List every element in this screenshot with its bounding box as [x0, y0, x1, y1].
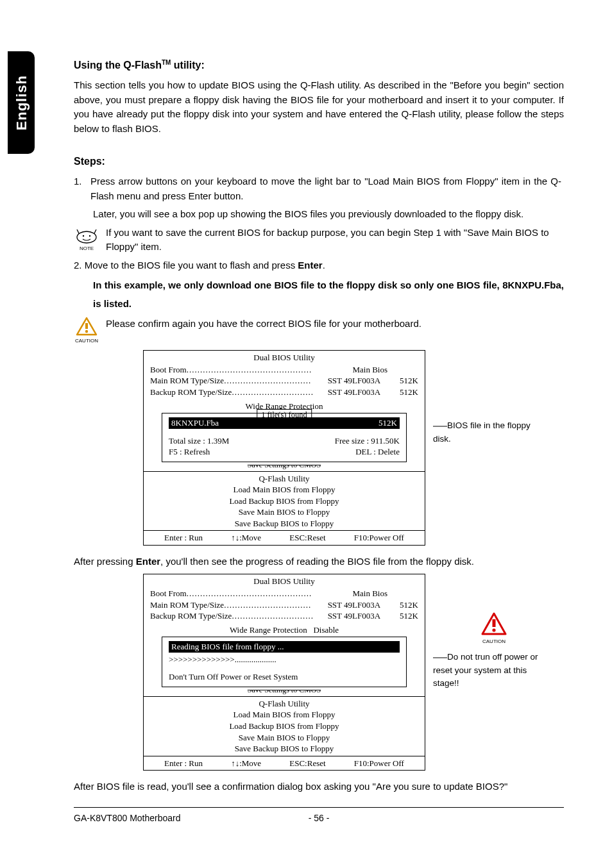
menu-load-main[interactable]: Load Main BIOS from Floppy — [144, 484, 425, 496]
key-f10: F10:Power Off — [354, 532, 404, 544]
caution-text: Please confirm again you have the correc… — [106, 317, 421, 331]
bios-screenshot-1: Dual BIOS Utility Boot From.............… — [143, 350, 564, 546]
steps-heading: Steps: — [74, 154, 564, 169]
main-rom-label: Main ROM Type/Size — [150, 375, 224, 387]
menu-save-backup[interactable]: Save Backup BIOS to Floppy — [144, 743, 425, 755]
example-note: In this example, we only download one BI… — [93, 276, 564, 313]
backup-rom-value: SST 49LF003A — [325, 387, 380, 398]
after-press-bold: Enter — [136, 556, 160, 567]
step-1-details: Later, you will see a box pop up showing… — [93, 207, 564, 222]
backup-rom-value: SST 49LF003A — [325, 610, 380, 622]
bios-menu: Load Main BIOS from Floppy Load Backup B… — [144, 484, 425, 529]
key-move: ↑↓:Move — [231, 758, 261, 769]
heading-text-post: utility: — [171, 60, 204, 71]
menu-load-backup[interactable]: Load Backup BIOS from Floppy — [144, 721, 425, 732]
dots: .............................. — [232, 610, 325, 622]
page-footer: GA-K8VT800 Motherboard - 56 - — [74, 807, 564, 825]
key-move: ↑↓:Move — [231, 532, 261, 544]
boot-from-label: Boot From — [150, 364, 187, 376]
menu-save-main[interactable]: Save Main BIOS to Floppy — [144, 732, 425, 744]
wide-range-row-2: Wide Range Protection Disable — [162, 624, 407, 636]
main-rom-value: SST 49LF003A — [325, 599, 380, 611]
bios-key-hints-2: Enter : Run ↑↓:Move ESC:Reset F10:Power … — [144, 756, 425, 771]
main-rom-size: 512K — [380, 375, 418, 387]
main-rom-size: 512K — [380, 599, 418, 611]
bios-menu-2: Load Main BIOS from Floppy Load Backup B… — [144, 709, 425, 754]
main-rom-label: Main ROM Type/Size — [150, 599, 224, 611]
annotation-2: CAUTION Do not trun off power or reset y… — [433, 574, 555, 690]
note-block: NOTE If you want to save the current BIO… — [74, 226, 564, 255]
svg-rect-3 — [85, 323, 88, 329]
caution-icon-2: CAUTION — [433, 612, 555, 646]
key-f10: F10:Power Off — [354, 758, 404, 769]
file-box-area: Wide Range Protection 1 file(s) found 8K… — [144, 401, 425, 466]
step-2-post: . — [323, 260, 325, 271]
note-label: NOTE — [80, 246, 94, 251]
wide-range-value: Disable — [313, 625, 339, 635]
svg-point-2 — [89, 235, 90, 237]
file-details: Total size : 1.39M Free size : 911.50K — [169, 435, 400, 447]
dots: ........................................… — [187, 364, 350, 376]
after-read-paragraph: After BIOS file is read, you'll see a co… — [74, 780, 564, 794]
spacer — [387, 588, 418, 599]
bios-filename: 8KNXPU.Fba — [171, 417, 219, 429]
qflash-subtitle-2: Q-Flash Utility — [144, 696, 425, 710]
boot-from-value: Main Bios — [350, 364, 387, 376]
language-tab: English — [8, 51, 35, 154]
dots: ........................................… — [187, 588, 350, 599]
save-settings-cut-2: Save Settings to CMOS — [144, 690, 425, 696]
qflash-subtitle: Q-Flash Utility — [144, 471, 425, 485]
bios-key-hints: Enter : Run ↑↓:Move ESC:Reset F10:Power … — [144, 530, 425, 545]
bios-utility-window: Dual BIOS Utility Boot From.............… — [143, 350, 425, 546]
note-text: If you want to save the current BIOS for… — [106, 226, 564, 255]
caution-label-2: CAUTION — [433, 638, 555, 646]
menu-save-main[interactable]: Save Main BIOS to Floppy — [144, 506, 425, 518]
bios-title: Dual BIOS Utility — [144, 351, 425, 364]
save-settings-cut: Save Settings to CMOS — [144, 465, 425, 471]
step-1-text: Press arrow buttons on your keyboard to … — [90, 174, 561, 203]
backup-rom-size: 512K — [380, 387, 418, 398]
step-1: 1.Press arrow buttons on your keyboard t… — [74, 174, 564, 203]
bios-filesize: 512K — [378, 417, 397, 429]
boot-from-value: Main Bios — [350, 588, 387, 599]
key-esc: ESC:Reset — [289, 758, 325, 769]
dots: .............................. — [232, 387, 325, 398]
footer-page-number: - 56 - — [270, 812, 368, 825]
reading-status: Reading BIOS file from floppy ... — [169, 641, 400, 653]
svg-point-4 — [85, 330, 88, 333]
after-press-post: , you'll then see the progress of readin… — [160, 556, 474, 567]
wide-range-label: Wide Range Protection — [230, 625, 307, 635]
menu-load-main[interactable]: Load Main BIOS from Floppy — [144, 709, 425, 721]
bios-screenshot-2: Dual BIOS Utility Boot From.............… — [143, 574, 564, 771]
file-listing-box: 8KNXPU.Fba 512K Total size : 1.39M Free … — [162, 413, 407, 462]
svg-point-1 — [83, 235, 84, 237]
section-heading-qflash: Using the Q-FlashTM utility: — [74, 58, 564, 73]
boot-from-label: Boot From — [150, 588, 187, 599]
menu-save-backup[interactable]: Save Backup BIOS to Floppy — [144, 518, 425, 530]
backup-rom-size: 512K — [380, 610, 418, 622]
svg-rect-6 — [493, 619, 496, 627]
file-help-keys: F5 : Refresh DEL : Delete — [169, 446, 400, 458]
key-enter: Enter : Run — [164, 532, 203, 544]
backup-rom-label: Backup ROM Type/Size — [150, 387, 232, 398]
bios-title-2: Dual BIOS Utility — [144, 574, 425, 588]
bios-header: Boot From...............................… — [144, 364, 425, 401]
progress-area: Wide Range Protection Disable Reading BI… — [144, 624, 425, 691]
step-number: 1. — [74, 174, 90, 189]
total-size: Total size : 1.39M — [169, 435, 229, 447]
intro-paragraph: This section tells you how to update BIO… — [74, 78, 564, 136]
selected-bios-file[interactable]: 8KNXPU.Fba 512K — [169, 417, 400, 429]
step-2: 2. Move to the BIOS file you want to fla… — [74, 258, 564, 273]
heading-text: Using the Q-Flash — [74, 60, 162, 71]
menu-load-backup[interactable]: Load Backup BIOS from Floppy — [144, 496, 425, 507]
after-press-enter: After pressing Enter, you'll then see th… — [74, 555, 564, 569]
caution-icon: CAUTION — [74, 317, 99, 345]
annotation-1: BIOS file in the floppy disk. — [433, 350, 548, 446]
key-enter: Enter : Run — [164, 758, 203, 769]
svg-point-7 — [492, 629, 495, 632]
progress-box: Reading BIOS file from floppy ... >>>>>>… — [162, 637, 407, 687]
caution-block-1: CAUTION Please confirm again you have th… — [74, 317, 564, 345]
after-press-pre: After pressing — [74, 556, 136, 567]
annotation-2-text: Do not trun off power or reset your syst… — [433, 652, 538, 688]
annotation-1-text: BIOS file in the floppy disk. — [433, 421, 531, 443]
